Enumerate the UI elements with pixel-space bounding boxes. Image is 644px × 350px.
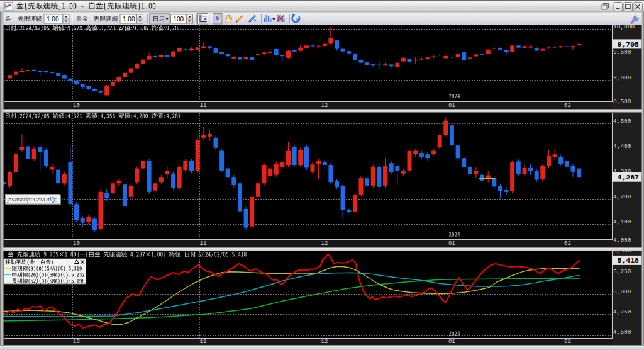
svg-text:javascript:CsvUrl();: javascript:CsvUrl(); — [7, 196, 57, 203]
svg-text:12: 12 — [321, 240, 328, 247]
svg-text:10: 10 — [73, 240, 80, 247]
svg-text:4,100: 4,100 — [613, 218, 631, 225]
svg-text:02: 02 — [564, 103, 571, 109]
svg-text:100: 100 — [174, 16, 184, 23]
svg-text:4,750: 4,750 — [613, 308, 631, 315]
svg-text:9,000: 9,000 — [613, 74, 631, 81]
svg-text:01: 01 — [448, 339, 455, 345]
svg-text:4,200: 4,200 — [613, 193, 631, 200]
svg-text:8,500: 8,500 — [613, 98, 631, 105]
svg-text:02: 02 — [564, 240, 571, 247]
svg-text:5,418: 5,418 — [617, 256, 639, 264]
svg-text:11: 11 — [200, 103, 207, 109]
svg-text:5,250: 5,250 — [613, 268, 631, 275]
svg-text:11: 11 — [200, 339, 207, 345]
svg-text:5,000: 5,000 — [613, 288, 631, 295]
svg-text:12: 12 — [321, 103, 328, 109]
svg-text:4,000: 4,000 — [613, 237, 631, 244]
svg-text:4,500: 4,500 — [613, 329, 631, 336]
svg-text:12: 12 — [321, 339, 328, 345]
svg-text:02: 02 — [564, 339, 571, 345]
svg-text:11: 11 — [200, 240, 207, 247]
svg-text:4,500: 4,500 — [613, 118, 631, 125]
svg-text:10: 10 — [73, 103, 80, 109]
svg-text:R: R — [296, 16, 300, 22]
svg-text:1.00: 1.00 — [47, 16, 59, 23]
svg-text:4,287: 4,287 — [617, 173, 639, 181]
svg-text:4,400: 4,400 — [613, 143, 631, 150]
svg-text:9,705: 9,705 — [617, 40, 639, 48]
svg-text:01: 01 — [448, 103, 455, 109]
svg-text:9,500: 9,500 — [613, 48, 631, 55]
svg-text:01: 01 — [448, 240, 455, 247]
svg-text:1.00: 1.00 — [123, 16, 135, 23]
svg-text:10: 10 — [73, 339, 80, 345]
